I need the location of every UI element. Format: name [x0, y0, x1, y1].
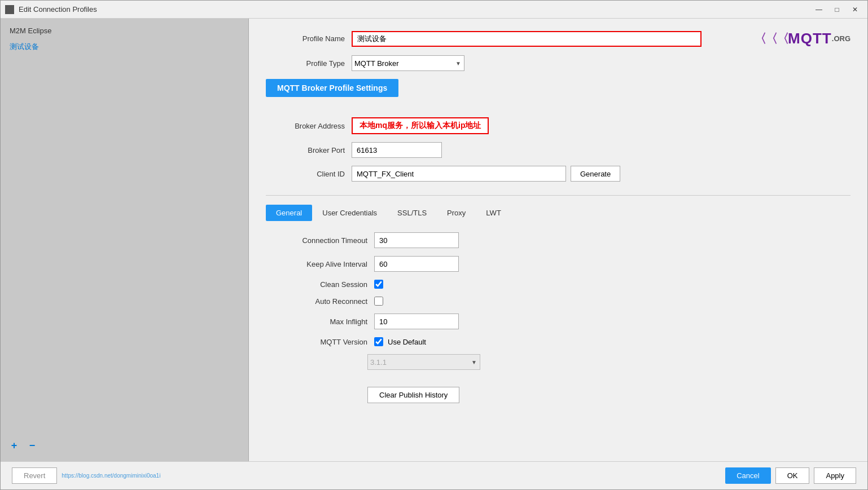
- sidebar-item-test-device[interactable]: 测试设备: [1, 38, 248, 55]
- cancel-button[interactable]: Cancel: [725, 467, 770, 484]
- right-panel: Profile Name 〈〈〈 MQTT .ORG Profile Type …: [249, 19, 867, 461]
- divider: [266, 195, 851, 196]
- max-inflight-input[interactable]: [374, 314, 459, 329]
- keep-alive-label: Keep Alive Interval: [277, 260, 367, 268]
- mqtt-version-label: MQTT Version: [277, 338, 367, 346]
- minimize-button[interactable]: —: [811, 4, 827, 15]
- profile-name-label: Profile Name: [266, 34, 345, 43]
- use-default-label: Use Default: [388, 338, 426, 346]
- tab-lwt[interactable]: LWT: [476, 205, 511, 221]
- revert-button[interactable]: Revert: [12, 467, 57, 484]
- general-settings: Connection Timeout Keep Alive Interval C…: [266, 232, 851, 403]
- window-icon: [5, 5, 14, 14]
- tab-user-credentials[interactable]: User Credentials: [312, 205, 387, 221]
- broker-address-annotation: 本地mq服务，所以输入本机ip地址: [352, 117, 489, 134]
- profile-type-select[interactable]: MQTT Broker MQTT Subscriber: [352, 55, 464, 71]
- tab-proxy[interactable]: Proxy: [437, 205, 476, 221]
- client-id-label: Client ID: [266, 170, 345, 178]
- generate-button[interactable]: Generate: [571, 166, 620, 182]
- use-default-checkbox[interactable]: [374, 337, 383, 346]
- remove-profile-button[interactable]: −: [25, 439, 39, 452]
- tabs-row: General User Credentials SSL/TLS Proxy L…: [266, 205, 851, 221]
- broker-profile-settings-button[interactable]: MQTT Broker Profile Settings: [266, 79, 398, 97]
- window-title: Edit Connection Profiles: [19, 5, 811, 14]
- sidebar: M2M Eclipse 测试设备 + −: [1, 19, 249, 461]
- keep-alive-input[interactable]: [374, 256, 459, 272]
- auto-reconnect-label: Auto Reconnect: [277, 297, 367, 306]
- watermark-text: https://blog.csdn.net/dongmiminixi0oa1i: [62, 473, 160, 479]
- max-inflight-label: Max Inflight: [277, 317, 367, 326]
- add-profile-button[interactable]: +: [7, 439, 21, 452]
- tab-general[interactable]: General: [266, 205, 312, 221]
- profile-type-label: Profile Type: [266, 59, 345, 68]
- connection-timeout-label: Connection Timeout: [277, 236, 367, 245]
- connection-timeout-input[interactable]: [374, 232, 459, 248]
- apply-button[interactable]: Apply: [814, 467, 856, 484]
- mqtt-version-select[interactable]: 3.1.1 3.1 5.0: [367, 354, 480, 370]
- broker-port-label: Broker Port: [266, 146, 345, 154]
- svg-rect-1: [7, 7, 10, 10]
- clear-publish-history-button[interactable]: Clear Publish History: [367, 387, 459, 403]
- bottom-bar: Revert https://blog.csdn.net/dongmiminix…: [1, 461, 867, 489]
- ok-button[interactable]: OK: [775, 467, 810, 484]
- clean-session-checkbox[interactable]: [374, 280, 383, 289]
- client-id-input[interactable]: [352, 166, 566, 182]
- broker-port-input[interactable]: [352, 142, 442, 158]
- broker-address-label: Broker Address: [266, 122, 345, 130]
- clean-session-label: Clean Session: [277, 280, 367, 289]
- tab-ssl-tls[interactable]: SSL/TLS: [387, 205, 437, 221]
- close-button[interactable]: ✕: [847, 4, 863, 15]
- sidebar-item-m2m-eclipse[interactable]: M2M Eclipse: [1, 23, 248, 38]
- mqtt-logo: 〈〈〈 MQTT .ORG: [754, 30, 851, 47]
- profile-name-input[interactable]: [352, 31, 702, 47]
- auto-reconnect-checkbox[interactable]: [374, 297, 383, 306]
- maximize-button[interactable]: □: [829, 4, 845, 15]
